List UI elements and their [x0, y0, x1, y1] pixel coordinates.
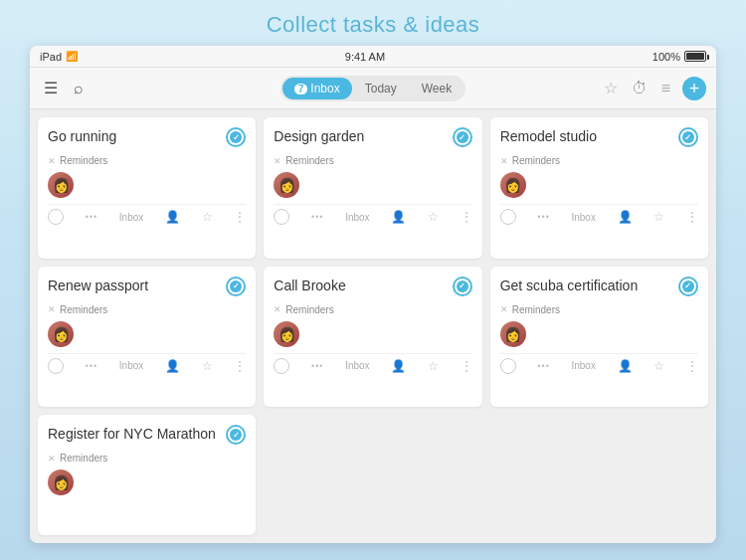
status-right: 100% — [653, 51, 706, 63]
reminder-label: Reminders — [285, 155, 333, 166]
card-check-renew-passport[interactable]: ✓ — [226, 277, 246, 296]
main-content: Go running ✓ ✕ Reminders 👩 ••• Inbox 👤 ☆… — [30, 109, 716, 543]
reminder-label: Reminders — [60, 155, 107, 166]
card-check-nyc-marathon[interactable]: ✓ — [226, 425, 246, 445]
status-time: 9:41 AM — [345, 51, 385, 63]
more-icon[interactable]: ⋮ — [461, 359, 472, 373]
card-check-go-running[interactable]: ✓ — [226, 127, 246, 147]
star-icon[interactable]: ☆ — [428, 359, 439, 373]
device-label: iPad — [40, 51, 62, 63]
page-title-area: Collect tasks & ideas — [0, 0, 746, 46]
card-circle[interactable] — [274, 358, 289, 374]
star-icon[interactable]: ☆ — [202, 359, 213, 373]
card-check-design-garden[interactable]: ✓ — [453, 127, 472, 147]
card-circle[interactable] — [48, 358, 64, 374]
clock-button[interactable]: ⏱ — [630, 78, 650, 99]
page-title: Collect tasks & ideas — [267, 12, 480, 37]
reminder-label: Reminders — [512, 155, 560, 166]
hamburger-button[interactable]: ☰ — [40, 77, 62, 99]
star-icon[interactable]: ☆ — [653, 210, 664, 224]
avatar: 👩 — [274, 321, 299, 347]
avatar: 👩 — [500, 172, 526, 198]
inbox-label: Inbox — [119, 360, 143, 371]
toolbar-left: ☰ ⌕ — [40, 77, 273, 99]
more-icon[interactable]: ⋮ — [234, 359, 246, 373]
more-icon[interactable]: ⋮ — [686, 210, 698, 224]
avatar: 👩 — [274, 172, 299, 198]
reminder-label: Reminders — [60, 304, 107, 315]
battery-label: 100% — [653, 51, 680, 63]
more-icon[interactable]: ⋮ — [686, 359, 698, 373]
toolbar-right: ☆ ⏱ ≡ + — [473, 77, 706, 100]
person-icon[interactable]: 👤 — [165, 359, 180, 373]
person-icon[interactable]: 👤 — [618, 210, 633, 224]
status-bar: iPad 📶 9:41 AM 100% — [30, 46, 716, 68]
person-icon[interactable]: 👤 — [391, 210, 406, 224]
toolbar: ☰ ⌕ 7Inbox Today Week ☆ ⏱ ≡ + — [30, 68, 716, 109]
inbox-label: Inbox — [119, 212, 143, 223]
star-button[interactable]: ☆ — [602, 77, 620, 99]
search-button[interactable]: ⌕ — [70, 78, 88, 99]
task-card-register-nyc-marathon: Register for NYC Marathon ✓ ✕ Reminders … — [38, 415, 256, 535]
star-icon[interactable]: ☆ — [202, 210, 213, 224]
task-card-design-garden: Design garden ✓ ✕ Reminders 👩 ••• Inbox … — [264, 117, 481, 259]
device-frame: iPad 📶 9:41 AM 100% ☰ ⌕ 7Inbox Today — [30, 46, 716, 543]
card-title: Remodel studio — [500, 127, 674, 145]
battery-icon — [684, 51, 706, 62]
card-title: Register for NYC Marathon — [48, 425, 222, 443]
card-check-remodel-studio[interactable]: ✓ — [678, 127, 698, 147]
star-icon[interactable]: ☆ — [428, 210, 439, 224]
card-check-call-brooke[interactable]: ✓ — [453, 277, 472, 296]
avatar: 👩 — [500, 321, 526, 347]
card-title: Renew passport — [48, 277, 222, 294]
card-circle[interactable] — [274, 209, 289, 225]
tab-inbox[interactable]: 7Inbox — [282, 78, 352, 99]
toolbar-center: 7Inbox Today Week — [280, 76, 466, 101]
inbox-label: Inbox — [571, 360, 595, 371]
more-icon[interactable]: ⋮ — [461, 210, 472, 224]
card-check-scuba[interactable]: ✓ — [678, 277, 698, 296]
status-left: iPad 📶 — [40, 51, 78, 63]
reminder-label: Reminders — [60, 453, 107, 464]
card-title: Call Brooke — [274, 277, 448, 294]
tab-week[interactable]: Week — [410, 78, 464, 99]
inbox-label: Inbox — [345, 212, 369, 223]
add-button[interactable]: + — [682, 77, 706, 100]
task-card-go-running: Go running ✓ ✕ Reminders 👩 ••• Inbox 👤 ☆… — [38, 117, 256, 259]
avatar: 👩 — [48, 172, 74, 198]
more-icon[interactable]: ⋮ — [234, 210, 246, 224]
tab-badge: 7 — [294, 84, 308, 94]
avatar: 👩 — [48, 321, 74, 347]
inbox-label: Inbox — [345, 360, 369, 371]
avatar: 👩 — [48, 469, 74, 495]
wifi-icon: 📶 — [66, 51, 78, 62]
reminder-label: Reminders — [285, 304, 333, 315]
card-circle[interactable] — [48, 209, 64, 225]
task-card-call-brooke: Call Brooke ✓ ✕ Reminders 👩 ••• Inbox 👤 … — [264, 267, 481, 408]
person-icon[interactable]: 👤 — [618, 359, 633, 373]
inbox-label: Inbox — [571, 212, 595, 223]
task-card-renew-passport: Renew passport ✓ ✕ Reminders 👩 ••• Inbox… — [38, 267, 256, 408]
task-card-remodel-studio: Remodel studio ✓ ✕ Reminders 👩 ••• Inbox… — [490, 117, 708, 259]
person-icon[interactable]: 👤 — [165, 210, 180, 224]
card-circle[interactable] — [500, 209, 516, 225]
list-button[interactable]: ≡ — [659, 78, 672, 99]
card-title: Go running — [48, 127, 222, 145]
task-card-get-scuba-certification: Get scuba certification ✓ ✕ Reminders 👩 … — [490, 267, 708, 408]
card-title: Design garden — [274, 127, 448, 145]
person-icon[interactable]: 👤 — [391, 359, 406, 373]
star-icon[interactable]: ☆ — [653, 359, 664, 373]
reminder-label: Reminders — [512, 304, 560, 315]
tab-group: 7Inbox Today Week — [280, 76, 466, 101]
tab-today[interactable]: Today — [353, 78, 409, 99]
card-circle[interactable] — [500, 358, 516, 374]
card-title: Get scuba certification — [500, 277, 674, 294]
